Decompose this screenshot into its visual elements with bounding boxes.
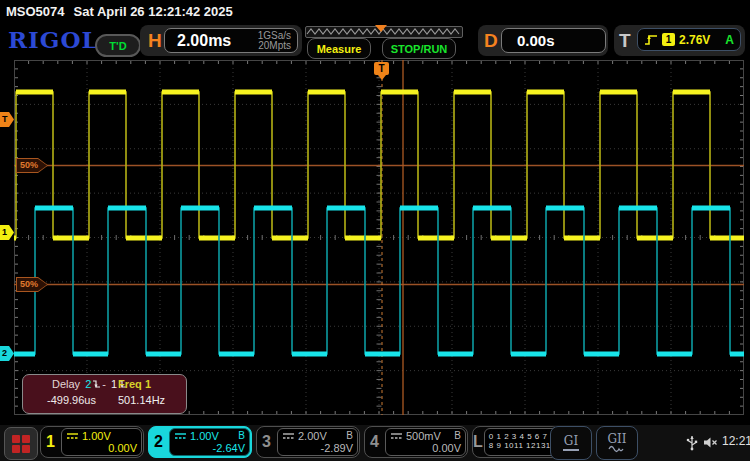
generator-2-sine-icon — [608, 445, 626, 453]
datetime: Sat April 26 12:21:42 2025 — [74, 4, 233, 19]
channel-4-number: 4 — [365, 427, 384, 457]
trigger-label: T — [619, 25, 631, 56]
channel-2-scale: 1.00V — [190, 430, 219, 442]
generator-2-label: GII — [607, 433, 626, 445]
dc-coupling-icon — [390, 432, 403, 440]
trigger-position-indicator-icon[interactable] — [375, 25, 387, 32]
trigger-group[interactable]: T 1 2.76V A — [614, 25, 745, 56]
channel-4-bw: B — [454, 430, 461, 442]
delay-source-b: 1 — [111, 378, 117, 390]
timebase-value: 2.00ms — [177, 32, 231, 50]
dc-coupling-icon — [282, 432, 295, 440]
trigger-level-tag[interactable]: T — [0, 112, 14, 127]
ch1-position-tag[interactable]: 1 — [0, 225, 14, 240]
delay-value: 0.00s — [517, 32, 555, 49]
trigger-settings-box[interactable]: 1 2.76V A — [637, 28, 741, 51]
channel-1-scale: 1.00V — [82, 430, 111, 442]
speaker-muted-icon[interactable] — [703, 436, 718, 449]
freq-measure-label: Freq 1 — [118, 378, 151, 390]
delay-measure-value: -499.96us — [47, 394, 96, 406]
generator-1-label: GI — [564, 435, 578, 447]
dc-coupling-icon — [174, 432, 187, 440]
channel-4-offset: 0.00V — [390, 442, 461, 454]
measure-button[interactable]: Measure — [307, 38, 371, 59]
trigger-source-badge: 1 — [662, 33, 675, 46]
toolbar: RIGOL T'D H 2.00ms 1GSa/s 20Mpts Measure… — [0, 22, 750, 60]
measurement-popup: Delay 2- 1 Freq 1 -499.96us 501.14Hz — [22, 374, 187, 414]
delay-box[interactable]: 0.00s — [501, 28, 606, 53]
falling-edge-icon — [92, 379, 101, 390]
timebase-box[interactable]: 2.00ms 1GSa/s 20Mpts — [164, 28, 298, 53]
channel-1-number: 1 — [41, 427, 60, 457]
channel-2-offset: -2.64V — [174, 442, 245, 454]
channel-2-box[interactable]: 2 1.00V B -2.64V — [148, 426, 252, 458]
usb-icon — [686, 434, 698, 451]
horizontal-label: H — [148, 25, 162, 56]
delay-measure-label: Delay — [52, 378, 80, 390]
channel-1-offset: 0.00V — [66, 442, 137, 454]
waveform-display: T T 1 2 50% 50% Delay 2- 1 Freq 1 -499.9… — [0, 60, 750, 415]
dc-coupling-icon — [66, 432, 79, 440]
channel-1-box[interactable]: 1 1.00V 0.00V — [40, 426, 144, 458]
channel-4-scale: 500mV — [406, 430, 441, 442]
trigger-sweep-mode: A — [725, 33, 734, 47]
graticule-and-waveforms — [14, 60, 744, 415]
channel-3-scale: 2.00V — [298, 430, 327, 442]
menu-grid-icon — [12, 435, 30, 453]
generator-2-box[interactable]: GII — [596, 426, 638, 460]
bottom-bar: 1 1.00V 0.00V 2 1.00V B -2.64V — [0, 425, 750, 461]
channel-2-number: 2 — [149, 427, 168, 457]
delay-dash: - — [102, 378, 106, 390]
delay-label: D — [484, 25, 498, 56]
freq-measure-value: 501.14Hz — [118, 394, 165, 406]
trigger-status-badge: T'D — [95, 34, 141, 57]
rigol-logo: RIGOL — [8, 26, 99, 53]
delay-group[interactable]: D 0.00s — [478, 25, 608, 56]
channel-3-bw: B — [346, 430, 353, 442]
clock: 12:21 — [722, 434, 750, 448]
rising-edge-icon — [644, 33, 658, 46]
trigger-level-value: 2.76V — [679, 33, 710, 47]
logic-channels-box[interactable]: L 0 1 2 3 4 5 6 7 8 9 1011 12131415 — [472, 426, 560, 458]
generator-1-dc-icon — [563, 449, 579, 451]
memory-depth: 20Mpts — [258, 40, 291, 51]
logic-label: L — [473, 427, 483, 457]
channel-3-number: 3 — [257, 427, 276, 457]
generator-1-box[interactable]: GI — [550, 426, 592, 460]
oscilloscope-screen: MSO5074 Sat April 26 12:21:42 2025 RIGOL… — [0, 0, 750, 461]
menu-button[interactable] — [4, 427, 38, 460]
channel-2-bw: B — [238, 430, 245, 442]
model-name: MSO5074 — [6, 4, 65, 19]
trigger-position-badge[interactable]: T — [374, 62, 389, 75]
status-bar: MSO5074 Sat April 26 12:21:42 2025 — [0, 0, 750, 22]
horizontal-group[interactable]: H 2.00ms 1GSa/s 20Mpts — [140, 25, 302, 56]
stop-run-button[interactable]: STOP/RUN — [382, 38, 456, 59]
channel-4-box[interactable]: 4 500mV B 0.00V — [364, 426, 468, 458]
channel-3-offset: -2.89V — [282, 442, 353, 454]
ch2-position-tag[interactable]: 2 — [0, 346, 14, 361]
channel-3-box[interactable]: 3 2.00V B -2.89V — [256, 426, 360, 458]
delay-source-a: 2 — [85, 378, 91, 390]
